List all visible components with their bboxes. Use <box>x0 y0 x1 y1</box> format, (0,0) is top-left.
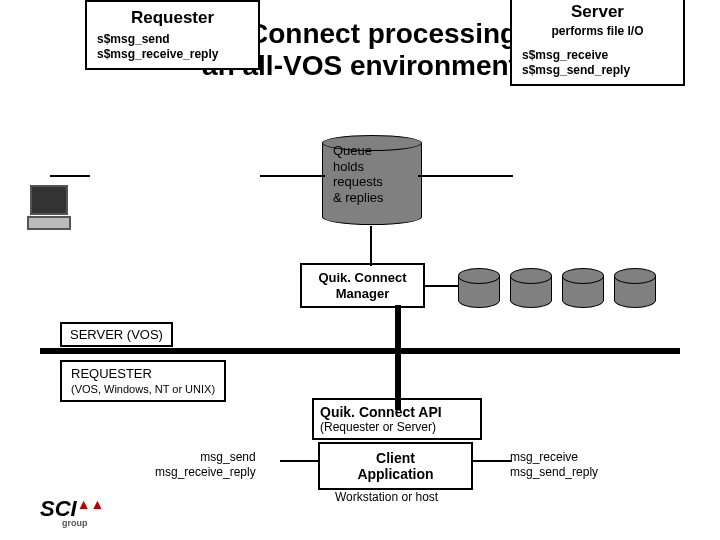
msg-left: msg_send msg_receive_reply <box>155 450 256 480</box>
queue-l4: & replies <box>333 190 384 205</box>
msg-left-l1: msg_send <box>200 450 255 464</box>
connector <box>50 175 90 177</box>
requester-box: Requester s$msg_send s$msg_receive_reply <box>85 0 260 70</box>
server-heading: Server <box>522 2 673 22</box>
server-line1: s$msg_receive <box>522 48 608 62</box>
qcm-l1: Quik. Connect <box>318 270 406 285</box>
queue-l3: requests <box>333 174 383 189</box>
server-vos-box: SERVER (VOS) <box>60 322 173 347</box>
msg-right: msg_receive msg_send_reply <box>510 450 598 480</box>
connector <box>280 460 320 462</box>
msg-left-l2: msg_receive_reply <box>155 465 256 479</box>
api-box: Quik. Connect API (Requester or Server) <box>312 398 482 440</box>
requester-line1: s$msg_send <box>97 32 248 47</box>
divider-bar <box>40 348 680 354</box>
msg-right-l2: msg_send_reply <box>510 465 598 479</box>
disk-icon <box>562 268 604 308</box>
quikconnect-manager-box: Quik. Connect Manager <box>300 263 425 308</box>
queue-label: Queue holds requests & replies <box>333 143 384 205</box>
queue-l2: holds <box>333 159 364 174</box>
divider-vertical <box>395 305 401 410</box>
connector <box>260 175 325 177</box>
connector <box>425 285 460 287</box>
server-vos-label: SERVER (VOS) <box>70 327 163 342</box>
requester2-sub: (VOS, Windows, NT or UNIX) <box>71 383 215 395</box>
disk-icon <box>614 268 656 308</box>
client-l2: Application <box>357 466 433 482</box>
connector <box>370 226 372 266</box>
logo-sub: group <box>62 518 104 528</box>
client-application-box: Client Application <box>318 442 473 490</box>
requester2-box: REQUESTER (VOS, Windows, NT or UNIX) <box>60 360 226 402</box>
server-sub1: performs file I/O <box>522 24 673 38</box>
computer-icon <box>20 185 80 230</box>
requester-heading: Requester <box>97 8 248 28</box>
workstation-label: Workstation or host <box>335 490 438 504</box>
api-sub: (Requester or Server) <box>320 420 436 434</box>
requester2-heading: REQUESTER <box>71 366 152 381</box>
qcm-l2: Manager <box>336 286 389 301</box>
title-rest2: Connect processing in <box>248 18 550 49</box>
connector <box>472 460 512 462</box>
msg-right-l1: msg_receive <box>510 450 578 464</box>
requester-line2: s$msg_receive_reply <box>97 47 248 62</box>
queue-l1: Queue <box>333 143 372 158</box>
client-l1: Client <box>376 450 415 466</box>
api-heading: Quik. Connect API <box>320 404 442 420</box>
disk-icon <box>510 268 552 308</box>
server-line2: s$msg_send_reply <box>522 63 630 77</box>
server-box: Server performs file I/O s$msg_receive s… <box>510 0 685 86</box>
disk-icon <box>458 268 500 308</box>
connector <box>418 175 513 177</box>
logo-triangle-icon: ▲▲ <box>77 496 105 512</box>
sci-logo: SCI▲▲ group <box>40 496 104 528</box>
